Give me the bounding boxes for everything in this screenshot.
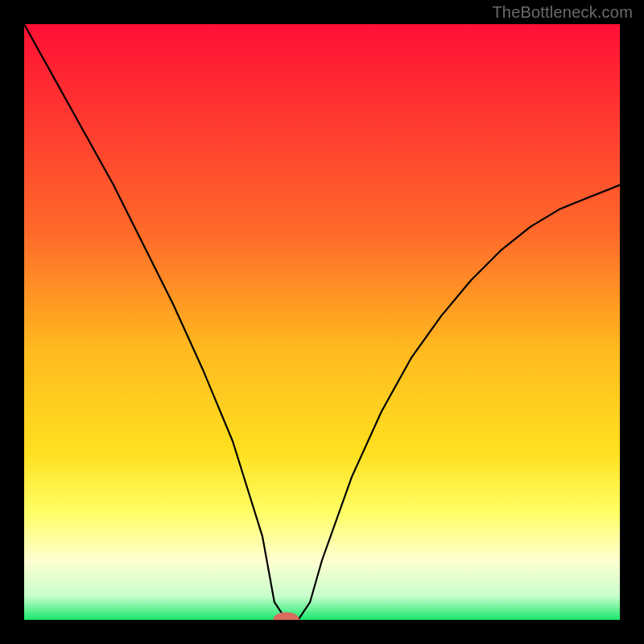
gradient-background	[24, 24, 620, 620]
watermark-text: TheBottleneck.com	[492, 3, 633, 22]
chart-svg	[24, 24, 620, 620]
chart-frame: TheBottleneck.com	[0, 0, 644, 644]
plot-area	[24, 24, 620, 620]
